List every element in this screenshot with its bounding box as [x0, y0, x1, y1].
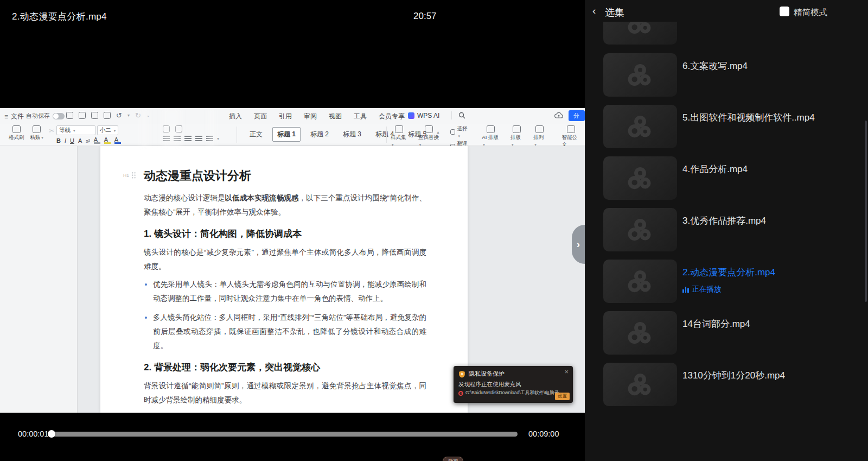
char-effect-icon[interactable]: A [94, 137, 100, 144]
drag-handle-icon[interactable] [131, 172, 136, 179]
list-item[interactable]: 3.优秀作品推荐.mp4 [603, 208, 863, 251]
playlist-item-title[interactable]: 14台词部分.mp4 [682, 318, 750, 330]
tab-tools[interactable]: 工具 [354, 112, 367, 121]
search-icon[interactable] [458, 112, 465, 119]
strike-button[interactable]: A [78, 137, 82, 144]
playlist-item-title[interactable]: 2.动态漫要点分析.mp4 [682, 266, 775, 279]
video-thumbnail[interactable] [603, 105, 677, 148]
font-name-select[interactable]: 等线 [56, 125, 95, 135]
video-thumbnail[interactable] [603, 363, 677, 406]
video-thumbnail[interactable] [603, 311, 677, 355]
style-set-icon [395, 125, 403, 133]
font-size-select[interactable]: 小二 [97, 125, 119, 135]
wps-ai-button[interactable]: WPS AI [408, 112, 439, 119]
tab-review[interactable]: 审阅 [304, 112, 317, 121]
list-item[interactable]: 4.作品分析.mp4 [603, 156, 863, 200]
bullet-dot [145, 283, 147, 286]
share-button[interactable]: 分享 [569, 110, 585, 121]
baidu-netdisk-logo-icon [628, 64, 653, 86]
select-button[interactable]: 选择 [450, 125, 469, 138]
tab-insert[interactable]: 插入 [229, 112, 242, 121]
sidebar-header: ‹ 选集 精简模式 [585, 0, 868, 22]
video-artifact [140, 108, 149, 146]
total-time: 00:09:00 [528, 430, 559, 438]
paste-button[interactable]: 粘贴 [30, 125, 43, 141]
autosave-control[interactable]: 自动保存 [26, 112, 65, 120]
cut-icon[interactable]: ✂ [49, 127, 54, 135]
video-thumbnail[interactable] [603, 208, 677, 251]
highlight-color-icon[interactable]: A [104, 137, 111, 144]
undo-icon[interactable]: ↺ [116, 112, 122, 119]
style-normal[interactable]: 正文 [245, 128, 267, 141]
progress-bar-track[interactable] [49, 432, 518, 437]
clipboard-group: 格式刷 粘贴 ✂ [9, 125, 54, 141]
sidebar-collapse-button[interactable]: › [572, 225, 585, 264]
style-heading1[interactable]: 标题 1 [272, 127, 301, 142]
tab-view[interactable]: 视图 [329, 112, 342, 121]
bullet-dot [145, 317, 147, 319]
list-item[interactable]: 1310分钟到1分20秒.mp4 [603, 363, 863, 406]
superscript-button[interactable]: x² [86, 138, 90, 144]
video-thumbnail[interactable] [603, 260, 677, 303]
wps-ai-logo-icon [408, 112, 414, 119]
document-page[interactable]: H1 动态漫重点设计分析 动态漫的核心设计逻辑是以低成本实现流畅观感，以下三个重… [100, 146, 468, 413]
print-icon[interactable] [91, 112, 98, 119]
list-item[interactable]: 5.出图软件和视频制作软件..mp4 [603, 105, 863, 148]
list-item[interactable]: 14台词部分.mp4 [603, 311, 863, 355]
undo-dropdown-icon[interactable]: ▾ [127, 113, 130, 118]
doc-paragraph: 背景设计遵循“能简则简”原则，通过模糊或限定景别，避免背景抢占主体视觉焦点，同时… [144, 379, 426, 407]
style-heading3[interactable]: 标题 3 [339, 128, 366, 141]
spacing-dropdown-icon[interactable]: ▾ [217, 136, 219, 141]
playlist-item-title[interactable]: 4.作品分析.mp4 [682, 163, 748, 175]
progress-bar-thumb[interactable] [48, 430, 55, 438]
format-painter-icon [12, 125, 21, 133]
video-artifact [162, 108, 181, 146]
list-item[interactable]: 6.文案改写.mp4 [603, 53, 863, 97]
doc-paragraph: 镜头设计的核心是“减少复杂元素”，通过聚焦单个主体或简化多人布局，降低画面调度难… [144, 245, 426, 274]
playlist-item-title[interactable]: 5.出图软件和视频制作软件..mp4 [682, 111, 815, 124]
bold-button[interactable]: B [56, 137, 61, 144]
clock: 20:57 [413, 11, 437, 22]
ribbon-divider [386, 127, 387, 143]
playlist-item-title[interactable]: 6.文案改写.mp4 [682, 60, 748, 72]
arrange-icon [535, 125, 544, 133]
tab-member[interactable]: 会员专享 [379, 112, 405, 121]
font-color-icon[interactable]: A [114, 137, 121, 144]
file-menu-button[interactable]: ≡ 文件 [4, 112, 24, 121]
align-right-icon[interactable] [184, 136, 192, 141]
playing-equalizer-icon [682, 287, 689, 293]
baidu-netdisk-logo-icon [628, 270, 653, 293]
underline-button[interactable]: U [70, 137, 74, 144]
video-thumbnail[interactable] [603, 53, 677, 97]
compact-mode-label[interactable]: 精简模式 [794, 7, 827, 18]
compact-mode-checkbox[interactable] [780, 7, 789, 16]
close-icon[interactable]: × [564, 368, 569, 376]
format-painter-button[interactable]: 格式刷 [9, 125, 24, 141]
italic-button[interactable]: I [65, 137, 66, 144]
video-title: 2.动态漫要点分析.mp4 [12, 10, 107, 23]
skip-button[interactable]: SKIP [443, 457, 463, 461]
save-icon[interactable] [66, 112, 73, 119]
settings-button[interactable]: 设置 [555, 393, 570, 400]
cloud-upload-icon[interactable] [554, 112, 563, 119]
hamburger-icon: ≡ [4, 113, 8, 121]
baidu-netdisk-logo-icon [628, 115, 653, 138]
back-icon[interactable]: ‹ [592, 5, 596, 17]
list-item-playing[interactable]: 2.动态漫要点分析.mp4 正在播放 [603, 260, 863, 303]
now-playing-status: 正在播放 [682, 285, 722, 294]
autosave-toggle[interactable] [53, 113, 65, 119]
sidebar-scrollbar[interactable] [865, 121, 867, 302]
playlist-item-title[interactable]: 3.优秀作品推荐.mp4 [682, 214, 766, 227]
playlist-item-title[interactable]: 1310分钟到1分20秒.mp4 [682, 369, 785, 382]
video-thumbnail[interactable] [603, 156, 677, 200]
doc-bullet: 常态使用模糊背景：非关键场景下，将背景做模糊处理（如高斯模糊、色块简化），既能营… [144, 411, 426, 413]
tab-page[interactable]: 页面 [254, 112, 267, 121]
style-heading2[interactable]: 标题 2 [306, 128, 333, 141]
menubar-divider [451, 111, 452, 119]
align-justify-icon[interactable] [195, 136, 202, 141]
chevron-right-icon: › [577, 238, 580, 250]
tab-reference[interactable]: 引用 [279, 112, 292, 121]
print-preview-icon[interactable] [104, 112, 111, 119]
episode-sidebar: ‹ 选集 精简模式 6.文案改写.mp4 5.出图软件和视频制作软件..mp4 [585, 0, 868, 461]
export-icon[interactable] [79, 112, 86, 119]
